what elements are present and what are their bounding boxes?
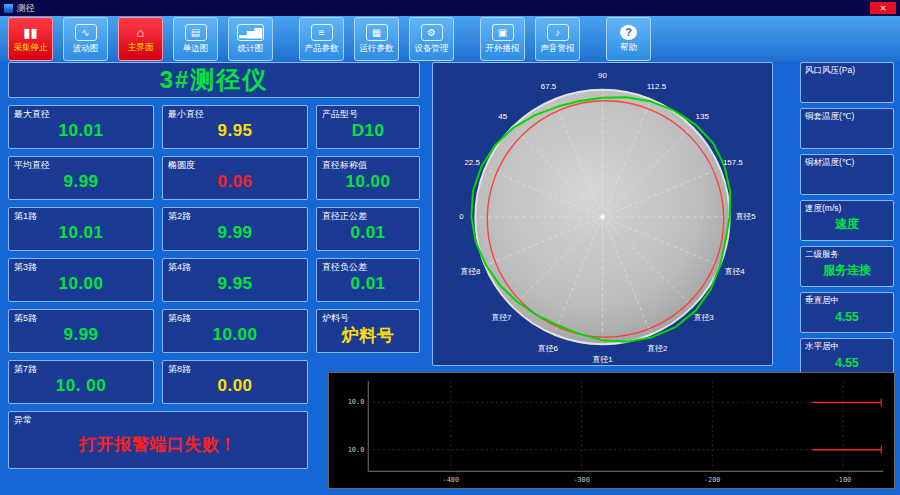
titlebar: 测径 ✕ [0, 0, 900, 16]
field-label: 第2路 [168, 210, 191, 223]
status-label: 速度(m/s) [805, 203, 841, 215]
app-window: 测径 ✕ ▮▮采集停止∿波动图⌂主界面▤单边图▂▅▇统计图≡产品参数▦运行参数⚙… [0, 0, 900, 495]
alarm-label: 异常 [14, 414, 32, 427]
field-label: 直径负公差 [322, 261, 367, 274]
svg-text:直径3: 直径3 [693, 313, 714, 322]
field-path-5: 第5路9.99 [8, 309, 154, 353]
field-label: 第7路 [14, 363, 37, 376]
app-icon [4, 4, 13, 13]
toolbar-button-external-broadcast[interactable]: ▣开外播报 [480, 17, 525, 61]
toolbar-button-statistics-chart[interactable]: ▂▅▇统计图 [228, 17, 273, 61]
toolbar-button-help[interactable]: ?帮助 [606, 17, 651, 61]
status-vertical-center: 垂直居中4.55 [800, 292, 894, 333]
waveform-icon: ∿ [75, 24, 97, 41]
svg-text:直径6: 直径6 [538, 344, 559, 353]
toolbar-button-sound-alarm[interactable]: ♪声音警报 [535, 17, 580, 61]
polar-chart-panel: 022.54567.590112.5135157.5直径1直径2直径3直径4直径… [432, 62, 773, 366]
toolbar-button-device-management[interactable]: ⚙设备管理 [409, 17, 454, 61]
toolbar-button-main-screen[interactable]: ⌂主界面 [118, 17, 163, 61]
status-label: 铜套温度(℃) [805, 111, 854, 123]
status-l2-service: 二级服务服务连接 [800, 246, 894, 287]
svg-text:-100: -100 [835, 476, 852, 484]
svg-text:67.5: 67.5 [541, 82, 557, 91]
status-label: 垂直居中 [805, 295, 839, 307]
field-ovality: 椭圆度0.06 [162, 156, 308, 200]
trend-chart: 10.010.0-400-300-200-100 [329, 373, 894, 488]
alarm-message: 打开报警端口失败！ [9, 412, 307, 468]
svg-text:-300: -300 [573, 476, 590, 484]
svg-text:直径1: 直径1 [592, 355, 613, 364]
svg-text:直径7: 直径7 [491, 313, 512, 322]
field-label: 产品型号 [322, 108, 358, 121]
field-product-model: 产品型号D10 [316, 105, 420, 149]
field-path-1: 第1路10.01 [8, 207, 154, 251]
device-manage-icon: ⚙ [421, 24, 443, 41]
window-title: 测径 [17, 2, 866, 15]
toolbar-button-label: 采集停止 [14, 42, 48, 54]
toolbar-button-run-params[interactable]: ▦运行参数 [354, 17, 399, 61]
status-label: 风口风压(Pa) [805, 65, 855, 77]
trend-chart-panel: 10.010.0-400-300-200-100 [328, 372, 895, 489]
svg-text:-200: -200 [704, 476, 721, 484]
help-icon: ? [620, 25, 637, 40]
panels-icon: ▤ [185, 24, 207, 41]
gauge-title-text: 3#测径仪 [160, 64, 269, 96]
field-avg-diameter: 平均直径9.99 [8, 156, 154, 200]
svg-text:112.5: 112.5 [647, 82, 667, 91]
product-params-icon: ≡ [311, 24, 333, 41]
status-label: 水平居中 [805, 341, 839, 353]
toolbar-button-label: 运行参数 [360, 43, 394, 55]
field-label: 平均直径 [14, 159, 50, 172]
svg-text:135: 135 [696, 112, 710, 121]
svg-text:10.0: 10.0 [348, 446, 365, 454]
toolbar-button-label: 产品参数 [305, 43, 339, 55]
svg-text:157.5: 157.5 [723, 158, 743, 167]
field-label: 第3路 [14, 261, 37, 274]
field-label: 直径正公差 [322, 210, 367, 223]
toolbar-button-label: 声音警报 [541, 43, 575, 55]
field-batch-number: 炉料号炉料号 [316, 309, 420, 353]
field-label: 第1路 [14, 210, 37, 223]
field-max-diameter: 最大直径10.01 [8, 105, 154, 149]
status-panel: 风口风压(Pa)铜套温度(℃)铜材温度(℃)速度(m/s)速度二级服务服务连接垂… [800, 62, 894, 384]
field-path-4: 第4路9.95 [162, 258, 308, 302]
field-path-7: 第7路10. 00 [8, 360, 154, 404]
status-copper-temperature: 铜材温度(℃) [800, 154, 894, 195]
polar-chart: 022.54567.590112.5135157.5直径1直径2直径3直径4直径… [433, 63, 772, 365]
svg-text:90: 90 [598, 71, 607, 80]
toolbar-button-label: 设备管理 [415, 43, 449, 55]
svg-text:直径4: 直径4 [724, 267, 745, 276]
svg-text:直径8: 直径8 [460, 267, 481, 276]
field-path-3: 第3路10.00 [8, 258, 154, 302]
toolbar-button-stop-acquisition[interactable]: ▮▮采集停止 [8, 17, 53, 61]
svg-text:直径5: 直径5 [735, 212, 756, 221]
field-label: 最大直径 [14, 108, 50, 121]
alarm-box: 异常 打开报警端口失败！ [8, 411, 308, 469]
field-label: 直径标称值 [322, 159, 367, 172]
field-diameter-pos-tolerance: 直径正公差0.01 [316, 207, 420, 251]
close-button[interactable]: ✕ [870, 2, 896, 14]
field-label: 第6路 [168, 312, 191, 325]
svg-text:0: 0 [459, 212, 464, 221]
svg-text:直径2: 直径2 [647, 344, 668, 353]
toolbar-button-wave-chart[interactable]: ∿波动图 [63, 17, 108, 61]
svg-text:-400: -400 [443, 476, 460, 484]
status-sleeve-temperature: 铜套温度(℃) [800, 108, 894, 149]
toolbar-button-product-params[interactable]: ≡产品参数 [299, 17, 344, 61]
field-nominal-diameter: 直径标称值10.00 [316, 156, 420, 200]
status-label: 二级服务 [805, 249, 839, 261]
field-path-2: 第2路9.99 [162, 207, 308, 251]
field-label: 第8路 [168, 363, 191, 376]
svg-text:45: 45 [498, 112, 507, 121]
status-speed: 速度(m/s)速度 [800, 200, 894, 241]
field-label: 第4路 [168, 261, 191, 274]
field-path-8: 第8路0.00 [162, 360, 308, 404]
toolbar-button-label: 单边图 [183, 43, 209, 55]
toolbar-button-label: 统计图 [238, 43, 264, 55]
run-params-icon: ▦ [366, 24, 388, 41]
bar-chart-icon: ▂▅▇ [237, 24, 264, 41]
toolbar-button-single-side-chart[interactable]: ▤单边图 [173, 17, 218, 61]
home-icon: ⌂ [131, 25, 151, 40]
toolbar-button-label: 波动图 [73, 43, 99, 55]
sound-alarm-icon: ♪ [547, 24, 569, 41]
